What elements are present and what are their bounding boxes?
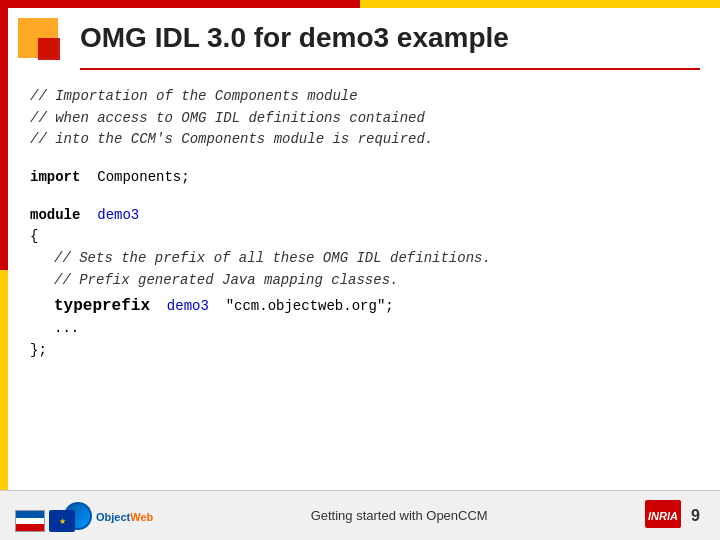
module-value: demo3 bbox=[97, 207, 139, 223]
footer-center-text: Getting started with OpenCCM bbox=[311, 508, 488, 523]
inria-logo: INRIA bbox=[645, 500, 681, 531]
svg-text:INRIA: INRIA bbox=[648, 510, 678, 522]
eu-logo: ★ bbox=[49, 510, 75, 532]
bottom-bar: ★ ObjectWeb Getting started with OpenCCM… bbox=[0, 490, 720, 540]
import-value: Components; bbox=[97, 169, 189, 185]
brace-open: { bbox=[30, 228, 38, 244]
left-accent-bar bbox=[0, 0, 8, 540]
typeprefix-keyword: typeprefix bbox=[54, 297, 150, 315]
code-comment-2: // when access to OMG IDL definitions co… bbox=[30, 108, 700, 130]
typeprefix-value: demo3 bbox=[167, 298, 209, 314]
objectweb-logo: ObjectWeb bbox=[64, 502, 153, 530]
bottom-right-area: INRIA 9 bbox=[645, 500, 700, 531]
bottom-logo-area: ★ ObjectWeb bbox=[20, 502, 153, 530]
import-block: import Components; bbox=[30, 167, 700, 189]
module-block: module demo3 bbox=[30, 205, 700, 227]
typeprefix-string: "ccm.objectweb.org"; bbox=[226, 298, 394, 314]
object-text: Object bbox=[96, 511, 130, 523]
dots-line: ... bbox=[30, 318, 700, 340]
code-comment-1: // Importation of the Components module bbox=[30, 86, 700, 108]
inner-comment-1: // Sets the prefix of all these OMG IDL … bbox=[30, 248, 700, 270]
objectweb-text: ObjectWeb bbox=[96, 507, 153, 525]
import-keyword: import bbox=[30, 169, 80, 185]
brace-close-line: }; bbox=[30, 340, 700, 362]
code-content: // Importation of the Components module … bbox=[30, 80, 700, 480]
small-logos: ★ bbox=[15, 510, 75, 532]
dots: ... bbox=[54, 320, 79, 336]
brace-close: }; bbox=[30, 342, 47, 358]
page-number: 9 bbox=[691, 507, 700, 525]
slide-title: OMG IDL 3.0 for demo3 example bbox=[80, 22, 509, 54]
title-underline bbox=[80, 68, 700, 70]
deco-square-red bbox=[38, 38, 60, 60]
flag-logo bbox=[15, 510, 45, 532]
web-text: Web bbox=[130, 511, 153, 523]
typeprefix-line: typeprefix demo3 "ccm.objectweb.org"; bbox=[30, 294, 700, 319]
comment-block: // Importation of the Components module … bbox=[30, 86, 700, 151]
brace-open-line: { bbox=[30, 226, 700, 248]
inria-svg: INRIA bbox=[645, 500, 681, 528]
code-comment-3: // into the CCM's Components module is r… bbox=[30, 129, 700, 151]
inner-comment-2: // Prefix generated Java mapping classes… bbox=[30, 270, 700, 292]
module-keyword: module bbox=[30, 207, 80, 223]
top-accent-bar bbox=[0, 0, 720, 8]
